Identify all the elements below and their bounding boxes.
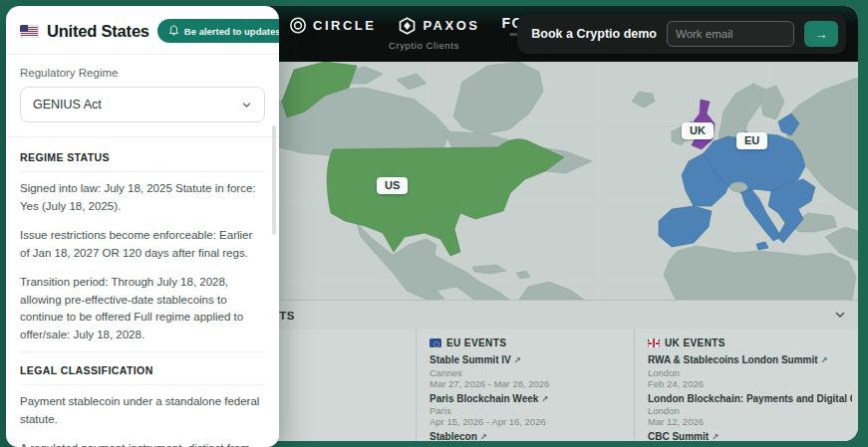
regime-label: Regulatory Regime (20, 67, 265, 79)
circle-logo-icon (289, 17, 306, 34)
event-dates: Feb 24, 2026 (648, 378, 839, 389)
section-paragraph: Payment stablecoin under a standalone fe… (20, 385, 265, 432)
map-label-eu[interactable]: EU (736, 132, 767, 149)
event-dates: Mar 12, 2026 (648, 416, 839, 427)
paxos-logo-icon (398, 17, 416, 35)
circle-logo-text: CIRCLE (313, 18, 376, 33)
section-legal-classification: LEGAL CLASSIFICATION Payment stablecoin … (20, 352, 265, 447)
eu-flag-icon (430, 338, 441, 347)
event-location: Cannes (430, 367, 621, 378)
event-location: London (648, 405, 839, 416)
event-name[interactable]: Stable Summit IV (430, 354, 511, 365)
uk-events-heading: UK EVENTS (665, 337, 725, 348)
us-flag-icon (20, 25, 39, 38)
section-heading: LEGAL CLASSIFICATION (20, 364, 265, 385)
external-link-icon: ↗ (821, 355, 828, 365)
map-label-us[interactable]: US (377, 177, 408, 194)
chevron-down-icon (241, 100, 252, 111)
map-label-uk[interactable]: UK (682, 122, 714, 139)
demo-cta-label: Book a Cryptio demo (531, 27, 657, 41)
arrow-right-icon: → (815, 27, 828, 42)
country-detail-panel: United States Be alerted to updates × Re… (6, 6, 279, 447)
section-paragraph: A regulated payment instrument, distinct… (20, 432, 265, 447)
section-heading: REGIME STATUS (20, 151, 265, 172)
panel-body: REGIME STATUS Signed into law: July 18, … (6, 137, 279, 447)
events-column-uk: UK EVENTS RWA & Stablecoins London Summi… (634, 330, 852, 441)
event-location: London (648, 367, 839, 378)
eu-events-heading: EU EVENTS (446, 337, 506, 348)
paxos-logo: PAXOS (398, 17, 479, 35)
paxos-logo-text: PAXOS (423, 18, 479, 33)
event-dates: Mar 27, 2026 - Mar 28, 2026 (430, 378, 621, 389)
uk-flag-icon (648, 338, 660, 347)
section-paragraph: Issue restrictions become enforceable: E… (20, 219, 265, 266)
list-item[interactable]: Paris Blockchain Week↗ Paris Apr 15, 202… (430, 393, 621, 428)
list-item[interactable]: Stablecon↗ Amsterdam May 19, 2026 - May … (430, 431, 621, 441)
demo-submit-button[interactable]: → (804, 21, 838, 47)
event-name[interactable]: Stablecon (430, 431, 477, 441)
map-country-switzerland (729, 182, 747, 192)
external-link-icon: ↗ (480, 432, 487, 441)
demo-cta-box: Book a Cryptio demo → (517, 14, 846, 54)
bell-icon (168, 25, 179, 37)
page-title: United States (47, 22, 149, 41)
regime-select[interactable]: GENIUS Act (20, 87, 265, 122)
panel-scrollbar[interactable] (272, 125, 276, 235)
list-item[interactable]: RWA & Stablecoins London Summit↗ London … (648, 354, 839, 389)
list-item[interactable]: London Blockchain: Payments and Digital … (648, 393, 839, 428)
work-email-input[interactable] (667, 21, 794, 47)
alert-updates-label: Be alerted to updates (184, 26, 279, 37)
alert-updates-button[interactable]: Be alerted to updates (157, 19, 279, 43)
chevron-down-icon[interactable] (834, 309, 846, 321)
event-dates: Apr 15, 2026 - Apr 16, 2026 (430, 416, 621, 427)
section-paragraph: Signed into law: July 18, 2025 Statute i… (20, 172, 265, 219)
list-item[interactable]: Stable Summit IV↗ Cannes Mar 27, 2026 - … (430, 354, 621, 389)
regime-selector-block: Regulatory Regime GENIUS Act (6, 55, 279, 137)
event-name[interactable]: CBC Summit (648, 431, 709, 441)
event-name[interactable]: London Blockchain: Payments and Digital … (648, 393, 852, 404)
external-link-icon: ↗ (514, 355, 521, 365)
panel-header: United States Be alerted to updates × (6, 6, 279, 55)
event-name[interactable]: Paris Blockchain Week (430, 393, 538, 404)
section-paragraph: Transition period: Through July 18, 2028… (20, 266, 265, 347)
circle-logo: CIRCLE (289, 17, 376, 34)
events-column-eu: EU EVENTS Stable Summit IV↗ Cannes Mar 2… (416, 330, 634, 441)
list-item[interactable]: CBC Summit↗ London Mar 27, 2026 (648, 431, 839, 441)
section-regime-status: REGIME STATUS Signed into law: July 18, … (20, 139, 265, 352)
regime-selected-value: GENIUS Act (33, 98, 102, 112)
event-name[interactable]: RWA & Stablecoins London Summit (648, 354, 818, 365)
event-location: Paris (430, 405, 621, 416)
external-link-icon: ↗ (712, 432, 719, 441)
external-link-icon: ↗ (541, 394, 548, 404)
